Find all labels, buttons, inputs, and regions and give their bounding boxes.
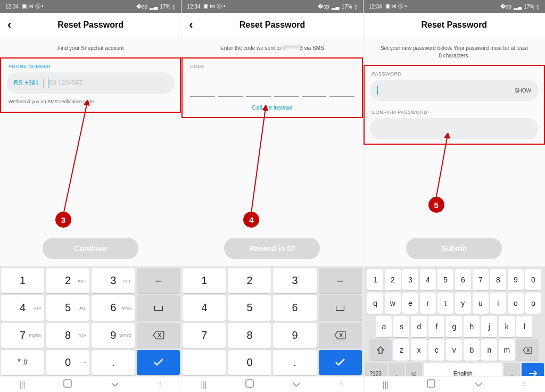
key-g[interactable]: g bbox=[446, 316, 462, 337]
key-7[interactable]: 7PQRS bbox=[1, 323, 44, 348]
key-c[interactable]: c bbox=[428, 339, 444, 361]
key-k[interactable]: k bbox=[499, 316, 515, 337]
key-2[interactable]: 2 bbox=[385, 269, 401, 290]
back-icon[interactable]: ‹ bbox=[189, 18, 193, 32]
key-t[interactable]: t bbox=[437, 293, 453, 314]
password-input[interactable]: SHOW bbox=[370, 80, 539, 101]
key-m[interactable]: m bbox=[499, 339, 515, 361]
key-dot[interactable]: . bbox=[92, 350, 135, 375]
key-blank[interactable] bbox=[183, 350, 226, 375]
country-code-prefix[interactable]: RS +381 bbox=[14, 79, 39, 87]
nav-recents[interactable]: ||| bbox=[383, 380, 389, 389]
key-a[interactable]: a bbox=[376, 316, 392, 337]
nav-keyboard-icon[interactable]: ⠿ bbox=[158, 381, 162, 388]
nav-back[interactable] bbox=[111, 380, 119, 389]
nav-keyboard-icon[interactable]: ⠿ bbox=[522, 381, 526, 388]
key-z[interactable]: z bbox=[393, 339, 409, 361]
nav-back[interactable] bbox=[292, 380, 301, 389]
key-d[interactable]: d bbox=[411, 316, 427, 337]
key-3[interactable]: 3 bbox=[402, 269, 418, 290]
key-o[interactable]: o bbox=[508, 293, 524, 314]
key-j[interactable]: j bbox=[481, 316, 497, 337]
nav-home[interactable] bbox=[427, 379, 435, 389]
key-2[interactable]: 2 bbox=[228, 268, 271, 293]
key-4[interactable]: 4 bbox=[420, 269, 436, 290]
nav-recents[interactable]: ||| bbox=[19, 380, 25, 389]
key-u[interactable]: u bbox=[473, 293, 489, 314]
code-slot[interactable] bbox=[329, 82, 354, 97]
key-x[interactable]: x bbox=[411, 339, 427, 361]
key-4[interactable]: 4GHI bbox=[1, 295, 44, 320]
confirm-password-input[interactable] bbox=[370, 118, 539, 139]
back-icon[interactable]: ‹ bbox=[7, 18, 11, 32]
key-8[interactable]: 8 bbox=[228, 323, 271, 348]
key-l[interactable]: l bbox=[516, 316, 532, 337]
key-s[interactable]: s bbox=[393, 316, 409, 337]
key-0[interactable]: 0 bbox=[525, 269, 541, 290]
key-6[interactable]: 6MNO bbox=[92, 295, 135, 320]
key-dot[interactable]: . bbox=[273, 350, 316, 375]
key-confirm[interactable] bbox=[137, 350, 180, 375]
key-h[interactable]: h bbox=[464, 316, 480, 337]
code-slot[interactable] bbox=[190, 82, 214, 97]
key-3[interactable]: 3 bbox=[273, 268, 316, 293]
continue-button[interactable]: Continue bbox=[43, 238, 138, 259]
key-confirm[interactable] bbox=[319, 350, 362, 375]
submit-button[interactable]: Submit bbox=[406, 238, 502, 259]
nav-keyboard-icon[interactable]: ⠿ bbox=[339, 381, 343, 388]
key-3[interactable]: 3DEF bbox=[92, 268, 135, 293]
key-8[interactable]: 8TUV bbox=[46, 323, 89, 348]
key-symbols[interactable]: * # bbox=[1, 350, 44, 375]
key-shift[interactable] bbox=[369, 339, 392, 361]
key-4[interactable]: 4 bbox=[183, 295, 226, 320]
key-q[interactable]: q bbox=[367, 293, 383, 314]
key-6[interactable]: 6 bbox=[273, 295, 316, 320]
key-5[interactable]: 5 bbox=[437, 269, 453, 290]
key-i[interactable]: i bbox=[490, 293, 506, 314]
key-y[interactable]: y bbox=[455, 293, 471, 314]
key-backspace[interactable] bbox=[516, 339, 539, 361]
key-r[interactable]: r bbox=[420, 293, 436, 314]
phone-input[interactable]: RS +381 60 1234567 bbox=[6, 72, 175, 94]
key-dash[interactable]: – bbox=[319, 268, 362, 293]
key-8[interactable]: 8 bbox=[490, 269, 506, 290]
key-p[interactable]: p bbox=[525, 293, 541, 314]
nav-home[interactable] bbox=[245, 379, 254, 389]
key-v[interactable]: v bbox=[446, 339, 462, 361]
key-7[interactable]: 7 bbox=[473, 269, 489, 290]
nav-home[interactable] bbox=[63, 379, 72, 389]
key-1[interactable]: 1 bbox=[1, 268, 44, 293]
code-slot[interactable] bbox=[302, 82, 326, 97]
nav-back[interactable] bbox=[474, 380, 483, 389]
key-b[interactable]: b bbox=[464, 339, 480, 361]
key-1[interactable]: 1 bbox=[183, 268, 226, 293]
key-7[interactable]: 7 bbox=[183, 323, 226, 348]
code-slot[interactable] bbox=[246, 82, 270, 97]
code-slot[interactable] bbox=[218, 82, 243, 97]
code-input-group[interactable] bbox=[188, 72, 356, 97]
key-backspace[interactable] bbox=[137, 323, 180, 348]
key-space[interactable]: ⌴ bbox=[319, 295, 362, 320]
key-5[interactable]: 5 bbox=[228, 295, 271, 320]
resend-button[interactable]: Resend in 57 bbox=[224, 238, 320, 259]
key-9[interactable]: 9 bbox=[508, 269, 524, 290]
key-1[interactable]: 1 bbox=[367, 269, 383, 290]
key-f[interactable]: f bbox=[428, 316, 444, 337]
key-w[interactable]: w bbox=[385, 293, 401, 314]
key-0[interactable]: 0 bbox=[228, 350, 271, 375]
code-slot[interactable] bbox=[274, 82, 299, 97]
key-2[interactable]: 2ABC bbox=[46, 268, 89, 293]
key-e[interactable]: e bbox=[402, 293, 418, 314]
key-6[interactable]: 6 bbox=[455, 269, 471, 290]
key-n[interactable]: n bbox=[481, 339, 497, 361]
nav-recents[interactable]: ||| bbox=[201, 380, 207, 389]
key-5[interactable]: 5JKL bbox=[46, 295, 89, 320]
key-9[interactable]: 9WXYZ bbox=[92, 323, 135, 348]
show-password-button[interactable]: SHOW bbox=[515, 88, 531, 94]
call-me-instead-link[interactable]: Call me instead bbox=[188, 97, 356, 113]
key-space[interactable]: ⌴ bbox=[137, 295, 180, 320]
key-0[interactable]: 0+ bbox=[46, 350, 89, 375]
key-9[interactable]: 9 bbox=[273, 323, 316, 348]
key-backspace[interactable] bbox=[319, 323, 362, 348]
key-dash[interactable]: – bbox=[137, 268, 180, 293]
